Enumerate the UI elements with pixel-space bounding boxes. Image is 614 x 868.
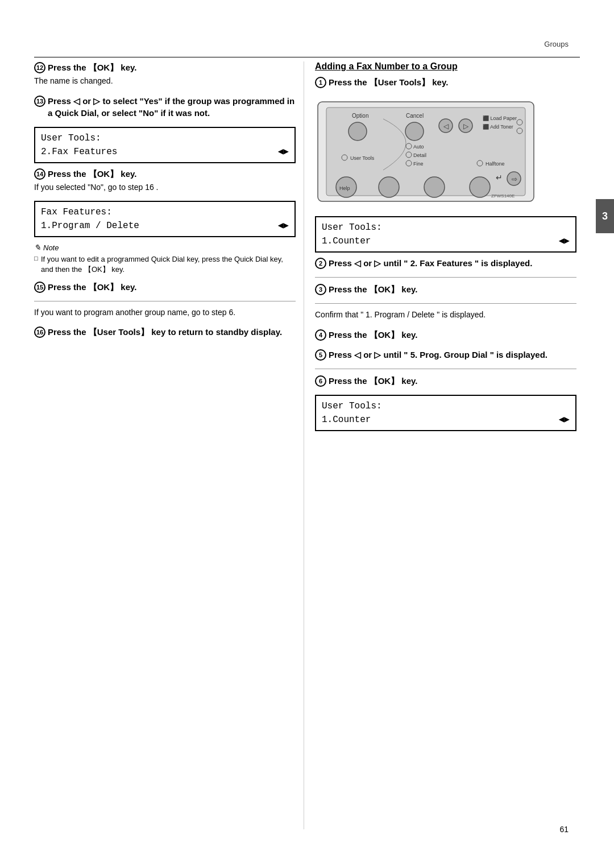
step-12-num: 12: [34, 62, 45, 73]
step-13-line: 13 Press ◁ or ▷ to select "Yes" if the g…: [34, 95, 296, 119]
tab-label: 3: [602, 210, 608, 222]
svg-text:Help: Help: [339, 185, 350, 191]
step-12-text: Press the 【OK】 key.: [48, 61, 136, 73]
lcd-r1-line2: 1.Counter ◀▶: [322, 234, 570, 248]
step-r5-block: 5 Press ◁ or ▷ until " 5. Prog. Group Di…: [315, 349, 576, 361]
step-r5-divider: [315, 369, 576, 369]
step-r4-num: 4: [315, 329, 326, 341]
svg-point-28: [470, 177, 490, 197]
step-r6-num: 6: [315, 375, 326, 387]
step-14-text: Press the 【OK】 key.: [48, 168, 136, 180]
step-15-divider: [34, 301, 296, 301]
machine-diagram: Option Cancel ◁ ▷ ⬛ Load Paper ⬛: [315, 96, 576, 212]
machine-svg: Option Cancel ◁ ▷ ⬛ Load Paper ⬛: [315, 96, 554, 210]
step-r5-line: 5 Press ◁ or ▷ until " 5. Prog. Group Di…: [315, 349, 576, 361]
note-icon: ✎: [34, 243, 41, 252]
step-15-block: 15 Press the 【OK】 key.: [34, 281, 296, 293]
left-column: 12 Press the 【OK】 key. The name is chang…: [34, 61, 296, 346]
step-r4-line: 4 Press the 【OK】 key.: [315, 329, 576, 341]
step-15-goto: If you want to program another group nam…: [34, 307, 296, 319]
step-r4-block: 4 Press the 【OK】 key.: [315, 329, 576, 341]
section-label: Groups: [544, 40, 569, 48]
svg-text:Halftone: Halftone: [486, 161, 505, 167]
svg-text:▷: ▷: [463, 122, 469, 130]
lcd-display-1: User Tools: 2.Fax Features ◀▶: [34, 127, 296, 163]
step-r2-divider: [315, 277, 576, 278]
step-13-block: 13 Press ◁ or ▷ to select "Yes" if the g…: [34, 95, 296, 119]
step-14-sub: If you selected "No", go to step 16 .: [34, 182, 296, 193]
step-13-text: Press ◁ or ▷ to select "Yes" if the grou…: [48, 95, 296, 119]
lcd-r2-line1: User Tools:: [322, 399, 570, 413]
step-r3-line: 3 Press the 【OK】 key.: [315, 283, 576, 295]
step-14-line: 14 Press the 【OK】 key.: [34, 168, 296, 180]
lcd-r1-line1: User Tools:: [322, 221, 570, 234]
lcd-r1-text: 1.Counter: [322, 234, 371, 248]
step-16-line: 16 Press the 【User Tools】 key to return …: [34, 326, 296, 338]
lcd2-line2: 1.Program / Delete ◀▶: [41, 219, 289, 233]
lcd1-line1: User Tools:: [41, 131, 289, 145]
step-r5-text: Press ◁ or ▷ until " 5. Prog. Group Dial…: [329, 349, 547, 361]
step-15-num: 15: [34, 282, 45, 293]
lcd2-line1: Fax Features:: [41, 205, 289, 219]
lcd-r2-arrow: ◀▶: [559, 413, 570, 427]
step-r2-num: 2: [315, 258, 326, 269]
lcd-display-2: Fax Features: 1.Program / Delete ◀▶: [34, 201, 296, 237]
svg-text:⇨: ⇨: [512, 175, 517, 183]
section-heading: Adding a Fax Number to a Group: [315, 61, 576, 72]
lcd1-arrow: ◀▶: [278, 145, 289, 159]
step-15-line: 15 Press the 【OK】 key.: [34, 281, 296, 293]
svg-text:↵: ↵: [496, 173, 503, 182]
step-14-block: 14 Press the 【OK】 key. If you selected "…: [34, 168, 296, 193]
note-label: Note: [43, 243, 59, 252]
step-12-sub: The name is changed.: [34, 76, 296, 87]
header-section: Groups: [544, 40, 569, 48]
tab-indicator: 3: [596, 199, 614, 233]
step-r3-text: Press the 【OK】 key.: [329, 283, 417, 295]
svg-text:⬛ Add Toner: ⬛ Add Toner: [483, 123, 513, 130]
lcd2-arrow: ◀▶: [278, 219, 289, 233]
step-r1-text: Press the 【User Tools】 key.: [329, 76, 448, 88]
step-r5-num: 5: [315, 349, 326, 361]
lcd-r2-text: 1.Counter: [322, 413, 371, 427]
svg-text:◁: ◁: [443, 122, 449, 130]
step-r2-text: Press ◁ or ▷ until " 2. Fax Features " i…: [329, 257, 532, 269]
note-content: If you want to edit a programmed Quick D…: [34, 254, 296, 275]
step-13-num: 13: [34, 96, 45, 107]
svg-point-26: [379, 177, 399, 197]
step-12-block: 12 Press the 【OK】 key. The name is chang…: [34, 61, 296, 87]
step-r6-text: Press the 【OK】 key.: [329, 375, 417, 387]
step-r3-num: 3: [315, 284, 326, 295]
lcd-r1-arrow: ◀▶: [559, 234, 570, 248]
note-item-1: If you want to edit a programmed Quick D…: [34, 254, 296, 275]
step-14-num: 14: [34, 168, 45, 180]
page-number: 61: [559, 825, 569, 834]
step-12-line: 12 Press the 【OK】 key.: [34, 61, 296, 73]
step-r3-sub: Confirm that " 1. Program / Delete " is …: [315, 309, 576, 321]
column-divider: [304, 61, 304, 829]
note-title: ✎ Note: [34, 243, 296, 252]
step-r1-block: 1 Press the 【User Tools】 key.: [315, 76, 576, 88]
step-16-text: Press the 【User Tools】 key to return to …: [48, 326, 282, 338]
step-r3-divider: [315, 303, 576, 304]
svg-text:Fine: Fine: [413, 161, 424, 167]
note-block: ✎ Note If you want to edit a programmed …: [34, 243, 296, 275]
lcd-display-r1: User Tools: 1.Counter ◀▶: [315, 216, 576, 253]
step-r3-block: 3 Press the 【OK】 key.: [315, 283, 576, 295]
step-r4-text: Press the 【OK】 key.: [329, 329, 417, 341]
svg-text:Option: Option: [352, 113, 368, 119]
step-16-block: 16 Press the 【User Tools】 key to return …: [34, 326, 296, 338]
step-r6-block: 6 Press the 【OK】 key.: [315, 375, 576, 387]
svg-text:⬛ Load Paper: ⬛ Load Paper: [483, 115, 517, 122]
svg-point-4: [349, 122, 367, 140]
lcd1-text: 2.Fax Features: [41, 145, 117, 159]
step-16-num: 16: [34, 326, 45, 338]
svg-text:User Tools: User Tools: [350, 155, 375, 161]
svg-text:Detail: Detail: [413, 152, 426, 158]
right-column: Adding a Fax Number to a Group 1 Press t…: [315, 61, 576, 436]
step-15-text: Press the 【OK】 key.: [48, 281, 136, 293]
svg-text:ZFWS140E: ZFWS140E: [491, 193, 515, 199]
svg-text:Cancel: Cancel: [406, 113, 424, 119]
step-r1-num: 1: [315, 77, 326, 88]
lcd-display-r2: User Tools: 1.Counter ◀▶: [315, 395, 576, 431]
svg-point-27: [424, 177, 445, 197]
